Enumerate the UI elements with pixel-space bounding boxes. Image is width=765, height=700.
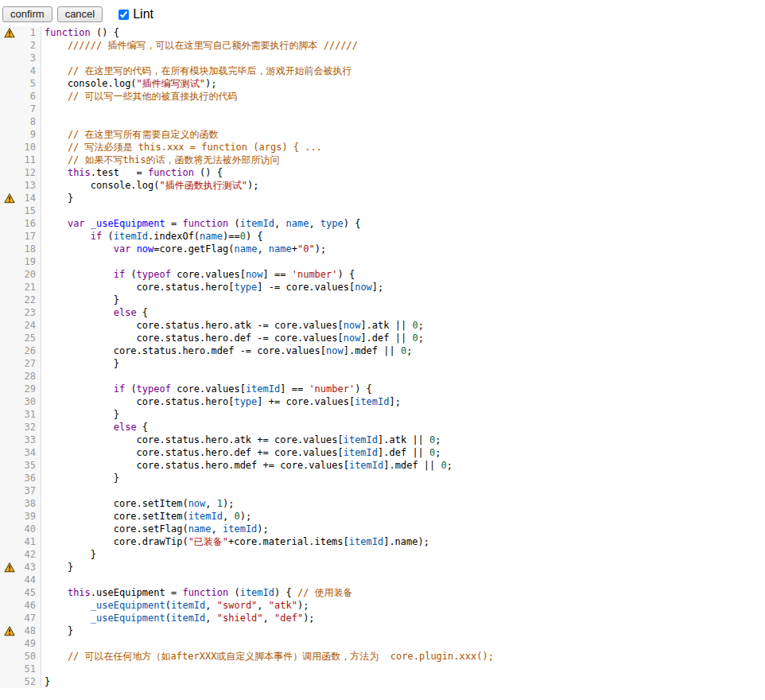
lint-checkbox[interactable] bbox=[118, 10, 129, 20]
code-line[interactable]: 36 } bbox=[0, 472, 765, 484]
code-line[interactable]: 31 } bbox=[0, 408, 765, 421]
code-line[interactable]: 14 } bbox=[0, 192, 765, 204]
lint-warning-icon[interactable] bbox=[4, 193, 15, 204]
code-line[interactable]: 33 core.status.hero.atk += core.values[i… bbox=[0, 434, 765, 446]
line-number: 41 bbox=[19, 535, 41, 548]
code-line[interactable]: 42 } bbox=[0, 548, 765, 561]
code-line[interactable]: 47 _useEquipment(itemId, "shield", "def"… bbox=[0, 612, 765, 624]
code-line[interactable]: 21 core.status.hero[type] -= core.values… bbox=[0, 281, 765, 294]
gutter-marker-cell bbox=[0, 408, 19, 421]
gutter-marker-cell bbox=[0, 663, 19, 675]
line-number: 1 bbox=[19, 26, 41, 39]
code-text: core.status.hero[type] -= core.values[no… bbox=[41, 281, 383, 294]
gutter-marker-cell bbox=[0, 52, 19, 64]
gutter-marker-cell bbox=[0, 26, 19, 39]
code-line[interactable]: 20 if (typeof core.values[now] == 'numbe… bbox=[0, 268, 765, 281]
line-number: 10 bbox=[19, 141, 41, 154]
code-line[interactable]: 28 bbox=[0, 370, 765, 383]
code-line[interactable]: 7 bbox=[0, 103, 765, 115]
gutter-marker-cell bbox=[0, 306, 19, 319]
code-line[interactable]: 19 bbox=[0, 255, 765, 268]
gutter-marker-cell bbox=[0, 90, 19, 103]
code-text: core.status.hero.mdef += core.values[ite… bbox=[41, 459, 452, 472]
code-line[interactable]: 41 core.drawTip("已装备"+core.material.item… bbox=[0, 535, 765, 548]
cancel-button[interactable]: cancel bbox=[57, 6, 103, 22]
code-line[interactable]: 6 // 可以写一些其他的被直接执行的代码 bbox=[0, 90, 765, 103]
code-line[interactable]: 29 if (typeof core.values[itemId] == 'nu… bbox=[0, 383, 765, 395]
code-line[interactable]: 13 console.log("插件函数执行测试"); bbox=[0, 179, 765, 192]
line-number: 9 bbox=[19, 128, 41, 141]
code-line[interactable]: 17 if (itemId.indexOf(name)==0) { bbox=[0, 230, 765, 243]
code-line[interactable]: 50 // 可以在任何地方（如afterXXX或自定义脚本事件）调用函数，方法为… bbox=[0, 650, 765, 663]
code-line[interactable]: 35 core.status.hero.mdef += core.values[… bbox=[0, 459, 765, 472]
code-line[interactable]: 4 // 在这里写的代码，在所有模块加载完毕后，游戏开始前会被执行 bbox=[0, 64, 765, 77]
gutter-marker-cell bbox=[0, 192, 19, 204]
line-number: 38 bbox=[19, 497, 41, 510]
code-line[interactable]: 18 var now=core.getFlag(name, name+"0"); bbox=[0, 243, 765, 255]
code-text: core.status.hero[type] += core.values[it… bbox=[41, 395, 401, 408]
code-line[interactable]: 49 bbox=[0, 637, 765, 650]
code-line[interactable]: 30 core.status.hero[type] += core.values… bbox=[0, 395, 765, 408]
code-line[interactable]: 23 else { bbox=[0, 306, 765, 319]
code-line[interactable]: 25 core.status.hero.def -= core.values[n… bbox=[0, 332, 765, 344]
line-number: 44 bbox=[19, 574, 41, 586]
gutter-marker-cell bbox=[0, 128, 19, 141]
gutter-marker-cell bbox=[0, 39, 19, 52]
code-line[interactable]: 40 core.setFlag(name, itemId); bbox=[0, 523, 765, 535]
code-text bbox=[41, 255, 45, 268]
lint-warning-icon[interactable] bbox=[4, 562, 15, 573]
code-line[interactable]: 26 core.status.hero.mdef -= core.values[… bbox=[0, 344, 765, 357]
line-number: 4 bbox=[19, 64, 41, 77]
lint-warning-icon[interactable] bbox=[4, 28, 15, 38]
gutter-marker-cell bbox=[0, 395, 19, 408]
code-text: _useEquipment(itemId, "shield", "def"); bbox=[41, 612, 315, 624]
line-number: 24 bbox=[19, 319, 41, 332]
code-line[interactable]: 8 bbox=[0, 115, 765, 128]
code-line[interactable]: 11 // 如果不写this的话，函数将无法被外部所访问 bbox=[0, 154, 765, 166]
confirm-button[interactable]: confirm bbox=[2, 6, 52, 22]
code-line[interactable]: 38 core.setItem(now, 1); bbox=[0, 497, 765, 510]
code-line[interactable]: 24 core.status.hero.atk -= core.values[n… bbox=[0, 319, 765, 332]
code-text: // 在这里写的代码，在所有模块加载完毕后，游戏开始前会被执行 bbox=[41, 64, 352, 77]
gutter-marker-cell bbox=[0, 141, 19, 154]
code-line[interactable]: 45 this.useEquipment = function (itemId)… bbox=[0, 586, 765, 599]
lint-label: Lint bbox=[133, 7, 153, 21]
code-line[interactable]: 48 } bbox=[0, 624, 765, 637]
code-line[interactable]: 2 ////// 插件编写，可以在这里写自己额外需要执行的脚本 ////// bbox=[0, 39, 765, 52]
code-text: // 可以写一些其他的被直接执行的代码 bbox=[41, 90, 238, 103]
code-line[interactable]: 32 else { bbox=[0, 421, 765, 434]
gutter-marker-cell bbox=[0, 497, 19, 510]
code-line[interactable]: 16 var _useEquipment = function (itemId,… bbox=[0, 217, 765, 230]
code-text: core.setItem(itemId, 0); bbox=[41, 510, 251, 523]
code-line[interactable]: 9 // 在这里写所有需要自定义的函数 bbox=[0, 128, 765, 141]
code-line[interactable]: 3 bbox=[0, 52, 765, 64]
code-line[interactable]: 43 } bbox=[0, 561, 765, 574]
code-line[interactable]: 22 } bbox=[0, 294, 765, 306]
code-text bbox=[41, 663, 45, 675]
code-line[interactable]: 37 bbox=[0, 484, 765, 497]
code-line[interactable]: 51 bbox=[0, 663, 765, 675]
code-editor[interactable]: 1function () {2 ////// 插件编写，可以在这里写自己额外需要… bbox=[0, 24, 765, 700]
line-number: 17 bbox=[19, 230, 41, 243]
lint-warning-icon[interactable] bbox=[4, 626, 15, 636]
line-number: 45 bbox=[19, 586, 41, 599]
code-text bbox=[41, 574, 45, 586]
gutter-marker-cell bbox=[0, 434, 19, 446]
gutter-marker-cell bbox=[0, 115, 19, 128]
line-number: 26 bbox=[19, 344, 41, 357]
code-line[interactable]: 27 } bbox=[0, 357, 765, 370]
code-line[interactable]: 39 core.setItem(itemId, 0); bbox=[0, 510, 765, 523]
code-line[interactable]: 15 bbox=[0, 204, 765, 217]
line-number: 23 bbox=[19, 306, 41, 319]
code-text: core.setFlag(name, itemId); bbox=[41, 523, 269, 535]
code-line[interactable]: 46 _useEquipment(itemId, "sword", "atk")… bbox=[0, 599, 765, 612]
gutter-marker-cell bbox=[0, 243, 19, 255]
code-line[interactable]: 52} bbox=[0, 675, 765, 688]
code-line[interactable]: 10 // 写法必须是 this.xxx = function (args) {… bbox=[0, 141, 765, 154]
code-line[interactable]: 5 console.log("插件编写测试"); bbox=[0, 77, 765, 90]
code-line[interactable]: 1function () { bbox=[0, 26, 765, 39]
code-line[interactable]: 12 this.test = function () { bbox=[0, 166, 765, 179]
line-number: 42 bbox=[19, 548, 41, 561]
code-line[interactable]: 44 bbox=[0, 574, 765, 586]
code-line[interactable]: 34 core.status.hero.def += core.values[i… bbox=[0, 446, 765, 459]
